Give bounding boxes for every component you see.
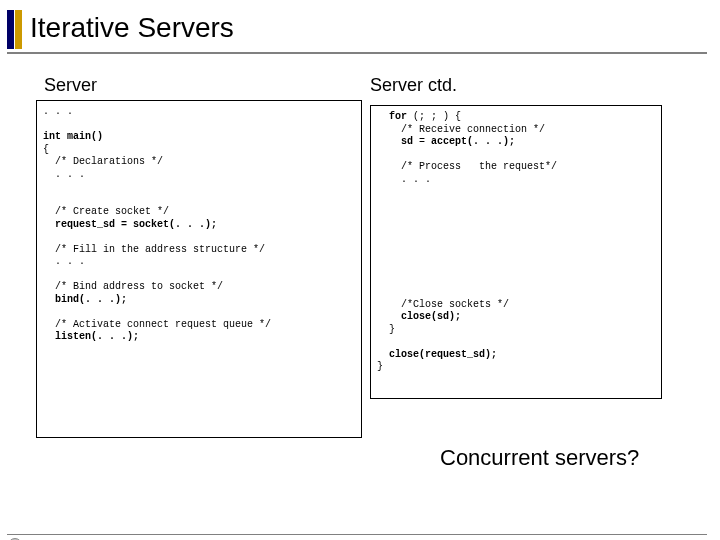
accent-bar-gold [15, 10, 22, 49]
column-head-left: Server [44, 75, 97, 96]
footer-rule [7, 534, 707, 535]
code-block-left: . . . int main() { /* Declarations */ . … [36, 100, 362, 438]
concurrent-question: Concurrent servers? [440, 445, 639, 471]
code-block-right: for (; ; ) { /* Receive connection */ sd… [370, 105, 662, 399]
accent-bar-blue [7, 10, 14, 49]
title-rule [7, 52, 707, 54]
slide-title: Iterative Servers [30, 12, 234, 44]
column-head-right: Server ctd. [370, 75, 457, 96]
